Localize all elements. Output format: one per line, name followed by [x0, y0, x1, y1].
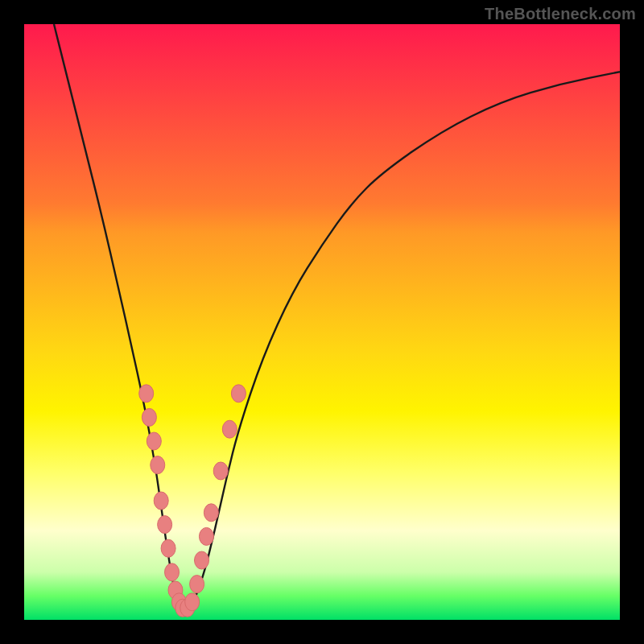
bottleneck-curve-svg [24, 24, 620, 620]
curve-marker [165, 564, 180, 581]
curve-marker [222, 420, 237, 438]
attribution-text: TheBottleneck.com [485, 5, 636, 23]
curve-marker [204, 504, 218, 522]
curve-marker [231, 385, 246, 402]
curve-marker [147, 432, 161, 450]
plot-area [24, 24, 620, 620]
curve-marker [195, 551, 209, 569]
chart-frame: TheBottleneck.com [0, 0, 644, 644]
curve-marker [213, 462, 228, 480]
bottleneck-curve [54, 24, 620, 613]
curve-marker [158, 516, 172, 534]
curve-markers [139, 385, 246, 617]
curve-marker [139, 385, 154, 402]
curve-marker [142, 408, 156, 426]
curve-marker [161, 539, 175, 557]
curve-marker [154, 492, 168, 510]
curve-marker [199, 527, 213, 545]
curve-marker [190, 576, 204, 593]
curve-marker [185, 593, 200, 611]
curve-marker [151, 456, 165, 474]
